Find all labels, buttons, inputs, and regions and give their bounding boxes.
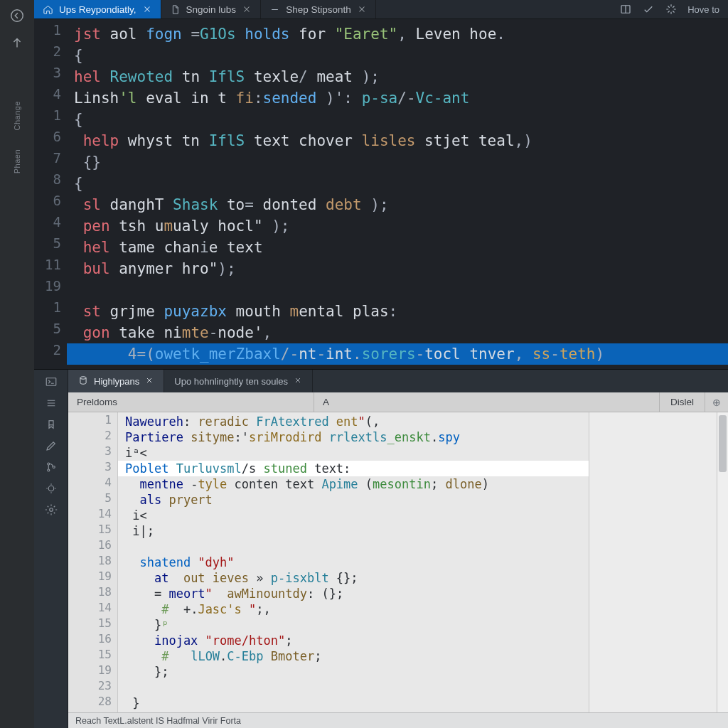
close-icon[interactable] <box>142 4 152 14</box>
editor-dark[interactable]: 123416786451119152 jst aol fogn =G1Os ho… <box>34 19 728 369</box>
back-icon[interactable] <box>7 6 27 26</box>
close-icon[interactable] <box>294 376 302 387</box>
svg-point-0 <box>11 10 23 22</box>
editor-tab-2[interactable]: Sngoin lubs <box>161 0 262 18</box>
close-icon[interactable] <box>357 4 367 14</box>
upload-icon[interactable] <box>7 33 27 53</box>
code-body[interactable]: Naweureh: reradic FrAtextred ent"(,Parti… <box>118 412 589 712</box>
svg-rect-3 <box>49 421 53 425</box>
gear-icon[interactable] <box>43 500 59 519</box>
code-body[interactable]: jst aol fogn =G1Os holds for "Earet", Le… <box>67 19 728 369</box>
panel-tab-strip: Highlypans Upo hohnlinghtly ten soules <box>68 370 728 392</box>
svg-point-4 <box>47 463 49 465</box>
panel-tab-1[interactable]: Highlypans <box>68 370 164 392</box>
tab-label: Sngoin lubs <box>186 4 237 15</box>
panel-aux-column <box>589 412 717 712</box>
tab-label: Ups Reypondiatly, <box>59 4 136 15</box>
panel-editor[interactable]: 12334514151618191814151615192328 Naweure… <box>68 412 728 712</box>
side-label-1: Change <box>13 101 21 131</box>
panel-side-strip <box>34 370 68 728</box>
scrollbar[interactable] <box>717 412 728 712</box>
home-icon <box>43 4 53 15</box>
panel-columns-header: Preldoms A Dislel ⊕ <box>68 392 728 412</box>
edit-icon[interactable] <box>43 437 59 455</box>
svg-point-7 <box>48 486 54 491</box>
panel-tab-2[interactable]: Upo hohnlinghtly ten soules <box>164 370 313 392</box>
split-icon[interactable] <box>619 3 632 16</box>
file-icon <box>170 4 181 15</box>
check-icon[interactable] <box>642 3 655 16</box>
list-icon[interactable] <box>43 394 59 412</box>
close-icon[interactable] <box>242 4 252 14</box>
dash-icon <box>269 4 280 15</box>
expand-icon[interactable]: ⊕ <box>712 397 721 408</box>
activity-bar: Change Phaen <box>0 0 34 728</box>
bookmark-icon[interactable] <box>43 415 59 434</box>
lower-panel: Highlypans Upo hohnlinghtly ten soules P… <box>34 369 728 728</box>
panel-tab-label: Upo hohnlinghtly ten soules <box>174 376 288 387</box>
debug-icon[interactable] <box>43 479 59 498</box>
col-header-1[interactable]: Preldoms <box>68 392 314 412</box>
tab-tools: Hove to <box>611 0 728 18</box>
side-label-2: Phaen <box>13 149 21 173</box>
editor-tab-3[interactable]: Shep Stipsonth <box>261 0 376 18</box>
status-bar: Reach TextL.alstent IS Hadfmal Virir For… <box>68 712 728 728</box>
tab-label: Shep Stipsonth <box>286 4 351 15</box>
terminal-icon[interactable] <box>43 373 59 391</box>
svg-rect-2 <box>46 378 56 386</box>
status-text: Reach TextL.alstent IS Hadfmal Virir For… <box>75 716 241 726</box>
svg-point-5 <box>47 469 49 471</box>
editor-tab-strip: Ups Reypondiatly, Sngoin lubs Shep Stips… <box>34 0 728 19</box>
svg-point-8 <box>49 508 53 512</box>
gutter: 123416786451119152 <box>34 19 67 369</box>
editor-tab-1[interactable]: Ups Reypondiatly, <box>34 0 161 18</box>
close-icon[interactable] <box>145 376 154 387</box>
col-header-3[interactable]: Dislel <box>660 392 705 412</box>
branch-icon[interactable] <box>43 458 59 476</box>
gutter: 12334514151618191814151615192328 <box>68 412 118 712</box>
tools-label[interactable]: Hove to <box>687 4 719 15</box>
sparkle-icon[interactable] <box>665 3 678 16</box>
svg-point-9 <box>80 376 86 379</box>
panel-tab-label: Highlypans <box>94 376 139 387</box>
col-header-2[interactable]: A <box>314 392 660 412</box>
db-icon <box>78 375 88 387</box>
